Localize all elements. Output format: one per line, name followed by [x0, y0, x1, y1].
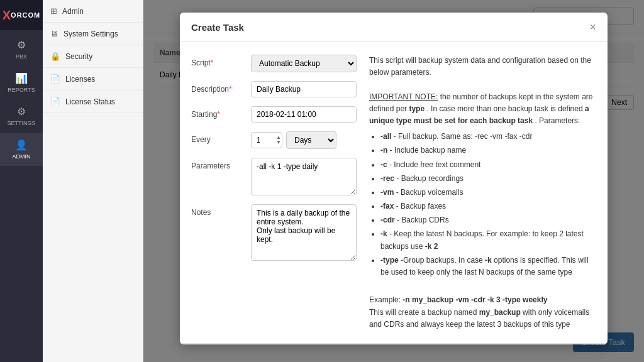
info-example: Example: -n my_backup -vm -cdr -k 3 -typ…: [369, 294, 596, 306]
bullet-all: -all - Full backup. Same as: -rec -vm -f…: [380, 131, 596, 143]
bullet-k: -k - Keep the latest N backups. For exam…: [380, 228, 596, 252]
info-intro: This script will backup system data and …: [369, 55, 596, 79]
system-settings-nav-label: System Settings: [64, 30, 118, 38]
secondary-nav-security[interactable]: 🔒 Security: [43, 45, 143, 68]
description-field-row: Description*: [191, 81, 357, 97]
license-status-nav-label: License Status: [65, 97, 115, 106]
licenses-nav-icon: 📄: [50, 74, 60, 84]
bullet-c: -c - Include free text comment: [380, 159, 596, 171]
starting-label: Starting*: [191, 106, 245, 119]
script-field-row: Script* Automatic Backup Manual Backup: [191, 55, 357, 72]
logo-x-icon: X: [3, 8, 11, 23]
info-bullets: -all - Full backup. Same as: -rec -vm -f…: [369, 131, 596, 278]
notes-label: Notes: [191, 204, 245, 217]
modal-close-button[interactable]: ×: [589, 21, 596, 33]
notes-textarea[interactable]: This is a daily backup of the entire sys…: [251, 204, 357, 261]
sidebar: X ORCOM ⚙ PBX 📊 REPORTS ⚙ SETTINGS 👤 ADM…: [0, 0, 43, 362]
example-name: my_backup: [479, 308, 521, 317]
every-unit-select[interactable]: Minutes Hours Days Weeks Months: [286, 131, 336, 149]
create-task-modal: Create Task × Script* Automatic Backup M…: [180, 13, 608, 344]
starting-required: *: [217, 110, 220, 119]
every-field-row: Every ▲ ▼ Minutes: [191, 131, 357, 149]
pbx-icon: ⚙: [17, 39, 26, 51]
logo-text: ORCOM: [11, 11, 40, 19]
script-required: *: [211, 58, 214, 67]
example-cmd: -n my_backup -vm -cdr -k 3 -type weekly: [402, 295, 547, 304]
important-text3: . Parameters:: [535, 116, 580, 125]
info-example-desc: This will create a backup named my_backu…: [369, 307, 596, 331]
modal-title: Create Task: [191, 22, 244, 33]
security-nav-icon: 🔒: [50, 52, 60, 61]
modal-footer: Cancel Accept: [180, 343, 608, 344]
license-status-nav-icon: 📄: [50, 97, 60, 106]
bullet-cdr: -cdr - Backup CDRs: [380, 214, 596, 226]
parameters-field-row: Parameters -all -k 1 -type daily: [191, 158, 357, 195]
every-controls: ▲ ▼ Minutes Hours Days Weeks Months: [251, 131, 336, 149]
script-label: Script*: [191, 55, 245, 67]
modal-overlay: Create Task × Script* Automatic Backup M…: [143, 0, 644, 362]
sidebar-item-admin[interactable]: 👤 ADMIN: [0, 133, 43, 166]
description-label: Description*: [191, 81, 245, 94]
important-label: IMPORTANT NOTE:: [369, 92, 438, 101]
system-settings-nav-icon: 🖥: [50, 29, 58, 38]
modal-body: Script* Automatic Backup Manual Backup D…: [180, 42, 608, 343]
logo: X ORCOM: [0, 0, 43, 30]
example-label: Example:: [369, 295, 402, 304]
every-label: Every: [191, 131, 245, 144]
starting-field-row: Starting*: [191, 106, 357, 123]
spinner-buttons: ▲ ▼: [276, 135, 281, 145]
settings-icon: ⚙: [17, 106, 26, 118]
modal-info-panel: This script will backup system data and …: [369, 55, 596, 331]
starting-input[interactable]: [251, 106, 357, 123]
sidebar-item-settings[interactable]: ⚙ SETTINGS: [0, 99, 43, 133]
bullet-fax: -fax - Backup faxes: [380, 200, 596, 212]
admin-nav-icon: ⊞: [50, 6, 57, 16]
licenses-nav-label: Licenses: [65, 75, 95, 84]
sidebar-item-reports[interactable]: 📊 REPORTS: [0, 66, 43, 99]
modal-form: Script* Automatic Backup Manual Backup D…: [191, 55, 357, 331]
parameters-label: Parameters: [191, 158, 245, 170]
bullet-n: -n - Include backup name: [380, 145, 596, 156]
main-area: ⊞ Admin 🖥 System Settings 🔒 Security 📄 L…: [43, 0, 644, 362]
admin-nav-label: Admin: [62, 7, 84, 16]
security-nav-label: Security: [65, 52, 92, 61]
secondary-nav-licenses[interactable]: 📄 Licenses: [43, 68, 143, 90]
modal-header: Create Task ×: [180, 13, 608, 42]
secondary-nav-system-settings[interactable]: 🖥 System Settings: [43, 23, 143, 45]
content-area: Name Status Actions Daily Backup Enabled…: [143, 0, 644, 362]
spinner-down[interactable]: ▼: [276, 140, 281, 145]
bullet-vm: -vm - Backup voicemails: [380, 187, 596, 199]
info-important: IMPORTANT NOTE: the number of backups ke…: [369, 91, 596, 128]
important-type: type: [409, 104, 425, 113]
admin-icon: 👤: [15, 139, 28, 151]
bullet-type: -type -Group backups. In case -k options…: [380, 255, 596, 278]
notes-field-row: Notes This is a daily backup of the enti…: [191, 204, 357, 261]
desc-required: *: [229, 85, 232, 94]
description-input[interactable]: [251, 81, 357, 97]
secondary-sidebar: ⊞ Admin 🖥 System Settings 🔒 Security 📄 L…: [43, 0, 143, 362]
secondary-nav-admin[interactable]: ⊞ Admin: [43, 0, 143, 23]
parameters-textarea[interactable]: -all -k 1 -type daily: [251, 158, 357, 195]
bullet-rec: -rec - Backup recordings: [380, 173, 596, 185]
important-text2: . In case more than one backup task is d…: [426, 104, 584, 113]
reports-icon: 📊: [15, 72, 28, 84]
secondary-nav-license-status[interactable]: 📄 License Status: [43, 90, 143, 113]
sidebar-item-pbx[interactable]: ⚙ PBX: [0, 33, 43, 66]
every-number-wrap: ▲ ▼: [251, 132, 282, 148]
script-select[interactable]: Automatic Backup Manual Backup: [251, 55, 357, 72]
